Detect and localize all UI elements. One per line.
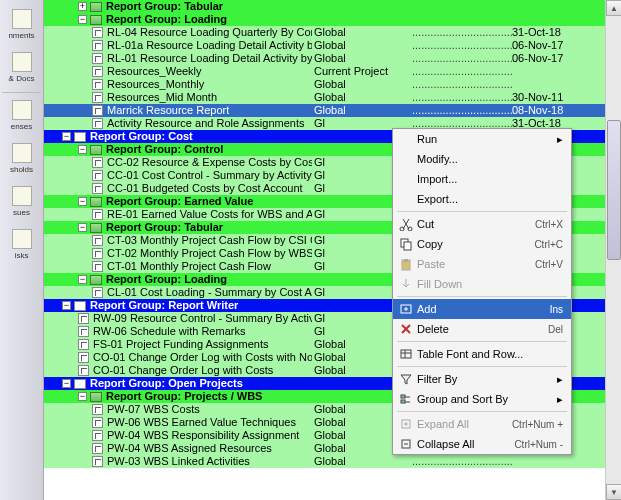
- report-name: RL-04 Resource Loading Quarterly By Cont…: [107, 26, 312, 39]
- sidebar-item[interactable]: isks: [2, 226, 41, 263]
- expand-toggle[interactable]: −: [62, 132, 71, 141]
- menu-shortcut: Ctrl+Num +: [500, 419, 563, 430]
- sidebar-item[interactable]: sholds: [2, 140, 41, 177]
- group-row[interactable]: −Report Group: Loading: [44, 13, 621, 26]
- report-row[interactable]: Resources_MonthlyGlobal.................…: [44, 78, 621, 91]
- expand-toggle[interactable]: −: [78, 145, 87, 154]
- scope-cell: Global: [312, 52, 412, 65]
- filler-dots: .................................: [412, 39, 512, 52]
- sidebar-label: nments: [8, 31, 34, 40]
- report-row[interactable]: Marrick Resource ReportGlobal...........…: [44, 104, 621, 117]
- menu-label: Import...: [415, 173, 563, 185]
- menu-item[interactable]: CopyCtrl+C: [393, 234, 571, 254]
- table-icon: [397, 346, 415, 362]
- scope-cell: Global: [312, 104, 412, 117]
- group-label: Report Group: Tabular: [106, 0, 223, 13]
- scroll-up-button[interactable]: ▲: [606, 0, 621, 16]
- menu-label: Group and Sort By: [415, 393, 555, 405]
- report-row[interactable]: RL-01a Resource Loading Detail Activity …: [44, 39, 621, 52]
- menu-item[interactable]: CutCtrl+X: [393, 214, 571, 234]
- report-name: CT-02 Monthly Project Cash Flow by WBS: [107, 247, 312, 260]
- group-row[interactable]: +Report Group: Tabular: [44, 0, 621, 13]
- report-name: CT-01 Monthly Project Cash Flow: [107, 260, 271, 273]
- expand-toggle[interactable]: −: [62, 379, 71, 388]
- filler-dots: .................................: [412, 455, 512, 468]
- report-icon: [92, 118, 103, 129]
- sidebar-item[interactable]: enses: [2, 97, 41, 134]
- menu-shortcut: Ctrl+Num -: [502, 439, 563, 450]
- report-name: PW-04 WBS Assigned Resources: [107, 442, 272, 455]
- group-label: Report Group: Loading: [106, 273, 227, 286]
- submenu-arrow-icon: ▸: [555, 133, 563, 146]
- report-icon: [92, 430, 103, 441]
- expand-toggle[interactable]: −: [78, 392, 87, 401]
- menu-label: Run: [415, 133, 555, 145]
- menu-label: Filter By: [415, 373, 555, 385]
- menu-item[interactable]: Modify...: [393, 149, 571, 169]
- sidebar-item[interactable]: nments: [2, 6, 41, 43]
- expand-toggle[interactable]: −: [78, 197, 87, 206]
- menu-separator: [397, 296, 567, 297]
- menu-label: Modify...: [415, 153, 563, 165]
- report-icon: [92, 209, 103, 220]
- report-row[interactable]: RL-01 Resource Loading Detail Activity b…: [44, 52, 621, 65]
- sidebar-icon: [12, 100, 32, 120]
- report-name: RE-01 Earned Value Costs for WBS and Act…: [107, 208, 312, 221]
- menu-item[interactable]: AddIns: [393, 299, 571, 319]
- report-icon: [92, 261, 103, 272]
- report-name: RL-01a Resource Loading Detail Activity …: [107, 39, 312, 52]
- menu-label: Collapse All: [415, 438, 502, 450]
- report-icon: [78, 352, 89, 363]
- menu-item[interactable]: Table Font and Row...: [393, 344, 571, 364]
- folder-icon: [90, 2, 102, 12]
- expand-toggle[interactable]: −: [78, 275, 87, 284]
- filler-dots: .................................: [412, 52, 512, 65]
- report-name: FS-01 Project Funding Assignments: [93, 338, 268, 351]
- expand-toggle[interactable]: −: [62, 301, 71, 310]
- vertical-scrollbar[interactable]: ▲ ▼: [605, 0, 621, 500]
- group-label: Report Group: Projects / WBS: [106, 390, 262, 403]
- menu-label: Delete: [415, 323, 536, 335]
- report-icon: [78, 339, 89, 350]
- menu-item[interactable]: Collapse AllCtrl+Num -: [393, 434, 571, 454]
- fill-icon: [397, 276, 415, 292]
- sidebar-icon: [12, 143, 32, 163]
- expand-toggle[interactable]: −: [78, 223, 87, 232]
- menu-item[interactable]: DeleteDel: [393, 319, 571, 339]
- expand-icon: [397, 416, 415, 432]
- svg-rect-8: [401, 395, 405, 398]
- sidebar-item[interactable]: & Docs: [2, 49, 41, 86]
- report-name: PW-07 WBS Costs: [107, 403, 200, 416]
- menu-item[interactable]: Group and Sort By▸: [393, 389, 571, 409]
- filler-dots: .................................: [412, 65, 512, 78]
- menu-item[interactable]: Run▸: [393, 129, 571, 149]
- menu-separator: [397, 341, 567, 342]
- menu-item[interactable]: Filter By▸: [393, 369, 571, 389]
- report-name: RL-01 Resource Loading Detail Activity b…: [107, 52, 312, 65]
- group-label: Report Group: Report Writer: [90, 299, 238, 312]
- scroll-thumb[interactable]: [607, 120, 621, 260]
- sidebar-item[interactable]: sues: [2, 183, 41, 220]
- scroll-down-button[interactable]: ▼: [606, 484, 621, 500]
- folder-icon: [74, 301, 86, 311]
- expand-toggle[interactable]: +: [78, 2, 87, 11]
- svg-rect-5: [404, 259, 408, 262]
- menu-item[interactable]: Export...: [393, 189, 571, 209]
- report-row[interactable]: RL-04 Resource Loading Quarterly By Cont…: [44, 26, 621, 39]
- report-row[interactable]: Resources_Mid MonthGlobal...............…: [44, 91, 621, 104]
- menu-label: Expand All: [415, 418, 500, 430]
- scope-cell: Current Project: [312, 65, 412, 78]
- sidebar-icon: [12, 229, 32, 249]
- expand-toggle[interactable]: −: [78, 15, 87, 24]
- date-cell: 08-Nov-18: [512, 104, 592, 117]
- report-icon: [92, 235, 103, 246]
- report-row[interactable]: PW-03 WBS Linked ActivitiesGlobal.......…: [44, 455, 621, 468]
- report-row[interactable]: Resources_WeeklyCurrent Project.........…: [44, 65, 621, 78]
- blank-icon: [397, 191, 415, 207]
- menu-label: Cut: [415, 218, 523, 230]
- filler-dots: .................................: [412, 78, 512, 91]
- report-icon: [92, 170, 103, 181]
- folder-icon: [74, 132, 86, 142]
- menu-item[interactable]: Import...: [393, 169, 571, 189]
- report-icon: [92, 404, 103, 415]
